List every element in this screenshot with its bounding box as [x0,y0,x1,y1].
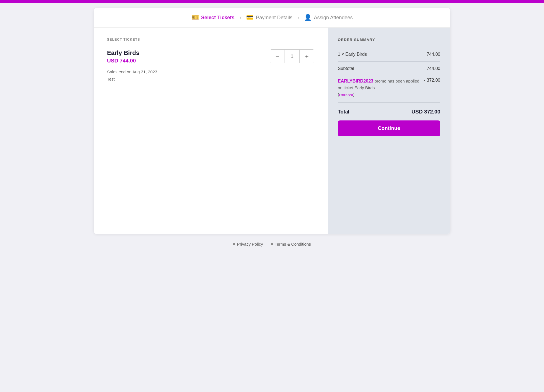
promo-discount: - 372.00 [424,78,440,83]
step-assign-attendees-label: Assign Attendees [314,15,353,21]
person-icon: 👤 [304,14,312,21]
chevron-icon-1: › [239,15,241,21]
order-summary-title: ORDER SUMMARY [338,38,440,42]
promo-block: EARLYBIRD2023 promo has been applied on … [338,74,440,101]
step-select-tickets[interactable]: 🎫 Select Tickets [191,14,235,21]
divider-2 [338,102,440,103]
step-payment-details-label: Payment Details [256,15,292,21]
privacy-policy-link[interactable]: Privacy Policy [233,242,263,246]
step-select-tickets-label: Select Tickets [201,15,235,21]
ticket-info: Early Birds USD 744.00 Sales end on Aug … [107,49,157,83]
subtotal-value: 744.00 [427,66,440,71]
privacy-dot [233,243,235,245]
right-panel: ORDER SUMMARY 1 × Early Birds 744.00 Sub… [328,28,450,234]
quantity-control: − 1 + [270,49,314,63]
terms-conditions-link[interactable]: Terms & Conditions [271,242,311,246]
footer: Privacy Policy Terms & Conditions [233,242,311,246]
left-panel: SELECT TICKETS Early Birds USD 744.00 Sa… [94,28,328,234]
ticket-icon: 🎫 [191,14,199,21]
ticket-price: USD 744.00 [107,58,157,64]
qty-plus-button[interactable]: + [300,50,314,63]
promo-line-top: EARLYBIRD2023 promo has been applied on … [338,78,440,98]
divider-1 [338,61,440,62]
privacy-policy-label: Privacy Policy [237,242,263,246]
chevron-icon-2: › [297,15,299,21]
promo-description: EARLYBIRD2023 promo has been applied on … [338,78,424,98]
subtotal-label: Subtotal [338,66,354,71]
top-bar [0,0,544,3]
order-subtotal: Subtotal 744.00 [338,63,440,74]
body: SELECT TICKETS Early Birds USD 744.00 Sa… [94,28,450,234]
promo-remove-link[interactable]: remove [339,92,353,97]
main-card: 🎫 Select Tickets › 💳 Payment Details › 👤… [94,8,450,234]
total-row: Total USD 372.00 [338,104,440,120]
promo-code: EARLYBIRD2023 [338,79,373,83]
terms-dot [271,243,273,245]
total-value: USD 372.00 [411,109,440,115]
ticket-description: Test [107,76,157,83]
stepper: 🎫 Select Tickets › 💳 Payment Details › 👤… [94,8,450,28]
qty-minus-button[interactable]: − [270,50,285,63]
payment-icon: 💳 [246,14,254,21]
line-item-value: 744.00 [427,52,440,57]
terms-conditions-label: Terms & Conditions [275,242,311,246]
line-item-label: 1 × Early Birds [338,52,367,57]
section-label: SELECT TICKETS [107,38,314,42]
continue-button[interactable]: Continue [338,120,440,136]
promo-remove-text: (remove) [338,92,354,97]
step-assign-attendees[interactable]: 👤 Assign Attendees [304,14,353,21]
ticket-name: Early Birds [107,49,157,57]
step-payment-details[interactable]: 💳 Payment Details [246,14,292,21]
qty-display: 1 [285,50,300,63]
ticket-sales-end: Sales end on Aug 31, 2023 [107,68,157,76]
total-label: Total [338,109,349,115]
ticket-row: Early Birds USD 744.00 Sales end on Aug … [107,49,314,83]
order-line-item: 1 × Early Birds 744.00 [338,49,440,60]
